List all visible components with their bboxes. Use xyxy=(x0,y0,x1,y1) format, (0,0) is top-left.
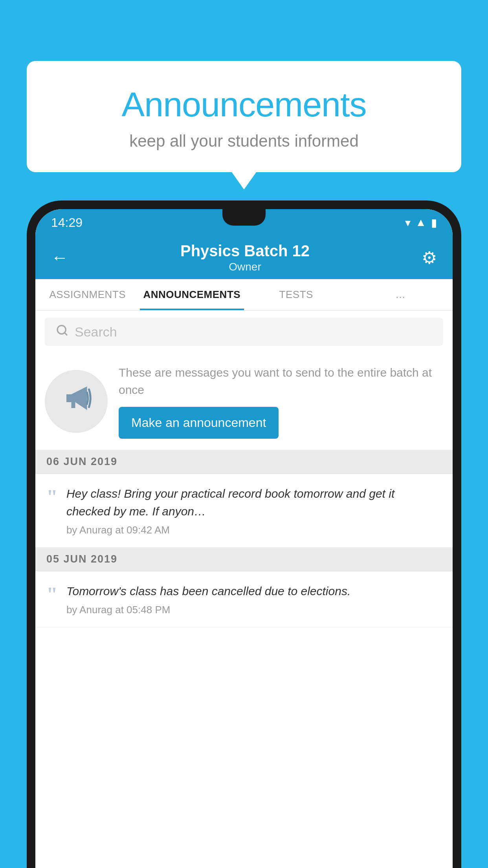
app-bar-subtitle: Owner xyxy=(72,261,418,273)
announcement-text-2: Tomorrow's class has been cancelled due … xyxy=(66,582,442,600)
empty-icon-circle xyxy=(45,370,108,433)
megaphone-icon xyxy=(61,383,92,420)
wifi-icon: ▾ xyxy=(405,216,411,229)
app-bar-title-container: Physics Batch 12 Owner xyxy=(72,242,418,273)
tab-tests[interactable]: TESTS xyxy=(244,279,349,310)
bubble-title: Announcements xyxy=(58,85,430,125)
phone-frame: 14:29 ▾ ▲ ▮ ← Physics Batch 12 Owner ⚙ A… xyxy=(27,200,461,868)
tab-more[interactable]: … xyxy=(349,279,453,310)
status-bar: 14:29 ▾ ▲ ▮ xyxy=(35,209,453,236)
back-button[interactable]: ← xyxy=(47,244,72,271)
announcement-meta-1: by Anurag at 09:42 AM xyxy=(66,524,442,536)
phone-screen: 14:29 ▾ ▲ ▮ ← Physics Batch 12 Owner ⚙ A… xyxy=(35,209,453,868)
empty-state-content: These are messages you want to send to t… xyxy=(119,364,442,439)
search-icon xyxy=(56,324,68,340)
announcement-content-1: Hey class! Bring your practical record b… xyxy=(66,485,442,536)
battery-icon: ▮ xyxy=(431,216,437,229)
tab-announcements[interactable]: ANNOUNCEMENTS xyxy=(140,279,244,310)
status-time: 14:29 xyxy=(51,215,83,230)
announcement-meta-2: by Anurag at 05:48 PM xyxy=(66,604,442,616)
quote-icon-2: " xyxy=(46,585,58,616)
search-bar[interactable]: Search xyxy=(45,318,443,346)
notch xyxy=(222,209,266,226)
empty-state: These are messages you want to send to t… xyxy=(35,353,453,450)
empty-state-text: These are messages you want to send to t… xyxy=(119,364,442,398)
settings-button[interactable]: ⚙ xyxy=(418,244,441,272)
quote-icon-1: " xyxy=(46,487,58,536)
announcement-content-2: Tomorrow's class has been cancelled due … xyxy=(66,582,442,616)
search-placeholder: Search xyxy=(75,324,117,340)
app-bar-title: Physics Batch 12 xyxy=(72,242,418,260)
tab-bar: ASSIGNMENTS ANNOUNCEMENTS TESTS … xyxy=(35,279,453,311)
signal-icon: ▲ xyxy=(415,216,426,229)
bubble-subtitle: keep all your students informed xyxy=(58,132,430,151)
speech-bubble-section: Announcements keep all your students inf… xyxy=(27,61,461,172)
search-container: Search xyxy=(35,311,453,353)
date-separator-1: 06 JUN 2019 xyxy=(35,450,453,474)
app-bar: ← Physics Batch 12 Owner ⚙ xyxy=(35,236,453,279)
tab-assignments[interactable]: ASSIGNMENTS xyxy=(35,279,140,310)
svg-line-1 xyxy=(64,333,67,335)
status-icons: ▾ ▲ ▮ xyxy=(405,216,437,229)
make-announcement-button[interactable]: Make an announcement xyxy=(119,407,279,439)
speech-bubble: Announcements keep all your students inf… xyxy=(27,61,461,172)
announcement-item-1: " Hey class! Bring your practical record… xyxy=(35,474,453,548)
announcement-item-2: " Tomorrow's class has been cancelled du… xyxy=(35,571,453,627)
announcement-text-1: Hey class! Bring your practical record b… xyxy=(66,485,442,520)
date-separator-2: 05 JUN 2019 xyxy=(35,548,453,571)
